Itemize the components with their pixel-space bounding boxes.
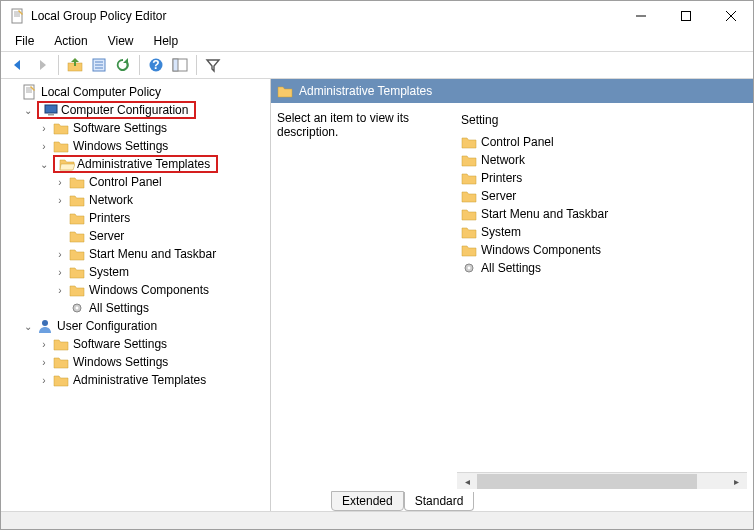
statusbar [1, 511, 753, 529]
toolbar-up[interactable] [64, 54, 86, 76]
chevron-right-icon[interactable]: › [37, 121, 51, 135]
tree-at-printers[interactable]: Printers [51, 209, 268, 227]
folder-icon [461, 152, 477, 168]
toolbar-forward[interactable] [31, 54, 53, 76]
folder-icon [69, 174, 85, 190]
chevron-right-icon[interactable]: › [53, 247, 67, 261]
minimize-button[interactable] [618, 2, 663, 31]
folder-icon [53, 354, 69, 370]
menu-file[interactable]: File [7, 32, 42, 50]
menu-view[interactable]: View [100, 32, 142, 50]
folder-icon [461, 242, 477, 258]
list-item[interactable]: System [457, 223, 747, 241]
back-icon [10, 57, 26, 73]
filter-icon [205, 57, 221, 73]
tree-uc-admin-templates[interactable]: ›Administrative Templates [35, 371, 268, 389]
tree-user-configuration[interactable]: ⌄User Configuration [19, 317, 268, 335]
chevron-right-icon[interactable]: › [53, 283, 67, 297]
toolbar [1, 51, 753, 79]
gear-icon [69, 300, 85, 316]
folder-icon [461, 134, 477, 150]
detail-content: Select an item to view its description. … [271, 103, 753, 489]
description-text: Select an item to view its description. [277, 111, 447, 489]
tree-at-system[interactable]: ›System [51, 263, 268, 281]
folder-icon [69, 210, 85, 226]
titlebar: Local Group Policy Editor [1, 1, 753, 31]
tree-at-network[interactable]: ›Network [51, 191, 268, 209]
folder-icon [461, 206, 477, 222]
tree-computer-configuration[interactable]: ⌄Computer Configuration [19, 101, 268, 119]
body: Local Computer Policy ⌄Computer Configur… [1, 79, 753, 511]
chevron-right-icon[interactable]: › [37, 373, 51, 387]
folder-icon [461, 170, 477, 186]
list-item[interactable]: Control Panel [457, 133, 747, 151]
scroll-right-icon[interactable]: ▸ [728, 474, 745, 489]
chevron-right-icon[interactable]: › [37, 337, 51, 351]
close-icon [726, 11, 736, 21]
tree-uc-software-settings[interactable]: ›Software Settings [35, 335, 268, 353]
folder-icon [461, 224, 477, 240]
list-item[interactable]: Start Menu and Taskbar [457, 205, 747, 223]
toolbar-back[interactable] [7, 54, 29, 76]
chevron-right-icon[interactable]: › [53, 175, 67, 189]
tree-cc-software-settings[interactable]: ›Software Settings [35, 119, 268, 137]
folder-icon [69, 246, 85, 262]
scroll-left-icon[interactable]: ◂ [459, 474, 476, 489]
svg-rect-19 [681, 12, 690, 21]
list-item[interactable]: Server [457, 187, 747, 205]
chevron-right-icon[interactable]: › [53, 265, 67, 279]
chevron-right-icon[interactable]: › [37, 139, 51, 153]
close-button[interactable] [708, 2, 753, 31]
folder-icon [461, 188, 477, 204]
tree-cc-windows-settings[interactable]: ›Windows Settings [35, 137, 268, 155]
doc-icon [21, 84, 37, 100]
tree-view[interactable]: Local Computer Policy ⌄Computer Configur… [1, 79, 271, 511]
toolbar-pane[interactable] [169, 54, 191, 76]
list-item[interactable]: Windows Components [457, 241, 747, 259]
tab-extended[interactable]: Extended [331, 491, 404, 511]
folder-icon [69, 228, 85, 244]
chevron-down-icon[interactable]: ⌄ [37, 157, 51, 171]
properties-icon [91, 57, 107, 73]
chevron-right-icon[interactable]: › [53, 193, 67, 207]
tree-cc-admin-templates[interactable]: ⌄Administrative Templates [35, 155, 268, 173]
expander-icon[interactable] [5, 85, 19, 99]
scroll-track[interactable] [477, 474, 727, 489]
toolbar-refresh[interactable] [112, 54, 134, 76]
menu-help[interactable]: Help [146, 32, 187, 50]
folder-icon [69, 264, 85, 280]
toolbar-filter[interactable] [202, 54, 224, 76]
list-item[interactable]: All Settings [457, 259, 747, 277]
tree-at-server[interactable]: Server [51, 227, 268, 245]
scroll-thumb[interactable] [477, 474, 697, 489]
toolbar-help[interactable] [145, 54, 167, 76]
tree-uc-windows-settings[interactable]: ›Windows Settings [35, 353, 268, 371]
refresh-icon [115, 57, 131, 73]
list-item[interactable]: Printers [457, 169, 747, 187]
tree-at-start-menu[interactable]: ›Start Menu and Taskbar [51, 245, 268, 263]
settings-list[interactable]: Control Panel Network Printers Server St… [457, 133, 747, 472]
maximize-button[interactable] [663, 2, 708, 31]
up-icon [67, 57, 83, 73]
column-setting[interactable]: Setting [457, 111, 747, 133]
horizontal-scrollbar[interactable]: ◂ ▸ [457, 472, 747, 489]
list-item[interactable]: Network [457, 151, 747, 169]
toolbar-separator [58, 55, 59, 75]
toolbar-separator [139, 55, 140, 75]
chevron-down-icon[interactable]: ⌄ [21, 319, 35, 333]
menu-action[interactable]: Action [46, 32, 95, 50]
tree-at-windows-components[interactable]: ›Windows Components [51, 281, 268, 299]
folder-icon [277, 83, 293, 99]
folder-open-icon [59, 156, 75, 172]
minimize-icon [636, 11, 646, 21]
chevron-right-icon[interactable]: › [37, 355, 51, 369]
detail-pane: Administrative Templates Select an item … [271, 79, 753, 511]
pc-icon [43, 102, 59, 118]
chevron-down-icon[interactable]: ⌄ [21, 103, 35, 117]
pane-icon [172, 57, 188, 73]
tree-at-all-settings[interactable]: All Settings [51, 299, 268, 317]
tree-at-control-panel[interactable]: ›Control Panel [51, 173, 268, 191]
tree-root[interactable]: Local Computer Policy [3, 83, 268, 101]
tab-standard[interactable]: Standard [404, 492, 475, 511]
toolbar-properties[interactable] [88, 54, 110, 76]
